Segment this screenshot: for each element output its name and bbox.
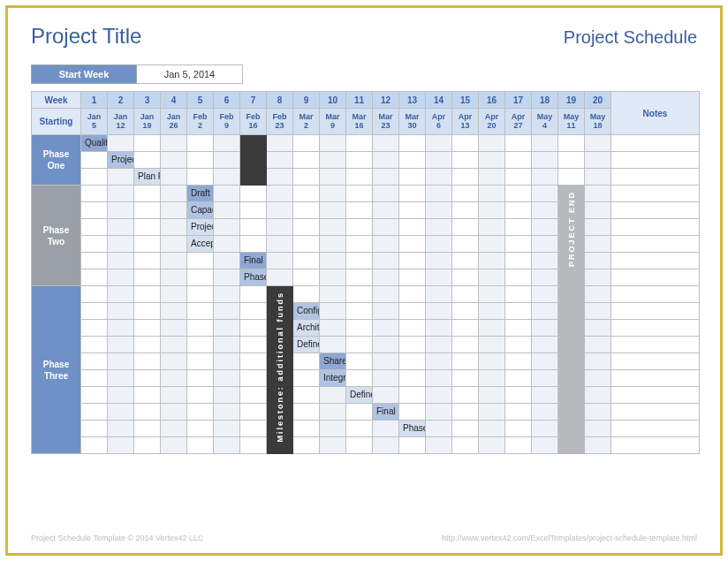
grid-cell: [373, 152, 399, 169]
task-bar[interactable]: Final Requirements Specifications: [240, 253, 267, 269]
grid-cell: [293, 404, 320, 421]
grid-cell: [108, 186, 134, 202]
grid-cell: [479, 303, 505, 320]
notes-cell[interactable]: [611, 320, 700, 337]
task-bar[interactable]: Final Design Specifications: [373, 404, 399, 421]
grid-cell: [81, 320, 108, 337]
notes-cell[interactable]: [611, 135, 700, 152]
task-bar[interactable]: Define Interface Requirements: [293, 337, 320, 353]
notes-cell[interactable]: [611, 269, 700, 286]
notes-cell[interactable]: [611, 303, 700, 320]
week-num-10: 10: [320, 92, 346, 109]
phase-label: PhaseThree: [32, 286, 81, 454]
grid-cell: [108, 404, 134, 421]
grid-cell: [426, 370, 452, 387]
grid-cell: [134, 186, 161, 202]
grid-cell: [108, 337, 134, 353]
grid-cell: [214, 421, 240, 437]
task-bar[interactable]: Shared Component Design: [320, 353, 346, 370]
grid-cell: [267, 152, 293, 169]
grid-cell: [240, 202, 267, 219]
notes-cell[interactable]: [611, 404, 700, 421]
task-bar[interactable]: Configuration Management Plan: [293, 303, 320, 320]
grid-cell: [505, 236, 532, 253]
notes-cell[interactable]: [611, 286, 700, 303]
grid-cell: [293, 370, 320, 387]
grid-cell: [452, 152, 479, 169]
grid-cell: [293, 353, 320, 370]
week-num-16: 16: [479, 92, 505, 109]
task-bar[interactable]: Acceptance Test Plan: [187, 236, 214, 253]
grid-cell: [214, 152, 240, 169]
grid-cell: [585, 286, 611, 303]
grid-cell: [532, 169, 558, 186]
notes-cell[interactable]: [611, 437, 700, 454]
start-week-value[interactable]: Jan 5, 2014: [137, 64, 243, 84]
task-bar[interactable]: Draft Requirements: [187, 186, 214, 202]
task-bar[interactable]: Integration Test Plan: [320, 370, 346, 387]
grid-cell: [108, 320, 134, 337]
grid-cell: [452, 370, 479, 387]
grid-cell: [161, 286, 187, 303]
grid-cell: [505, 286, 532, 303]
task-bar[interactable]: Project Test Plan: [187, 219, 214, 236]
notes-cell[interactable]: [611, 370, 700, 387]
week-num-12: 12: [373, 92, 399, 109]
grid-cell: [585, 370, 611, 387]
task-bar[interactable]: Quality Assurance Plan: [81, 135, 108, 152]
notes-cell[interactable]: [611, 353, 700, 370]
grid-cell: [532, 219, 558, 236]
grid-cell: [532, 236, 558, 253]
grid-cell: [214, 202, 240, 219]
grid-cell: [320, 202, 346, 219]
grid-cell: Shared Component Design: [320, 353, 346, 370]
grid-cell: [81, 286, 108, 303]
grid-cell: [108, 169, 134, 186]
task-bar[interactable]: Architecture Design Plan: [293, 320, 320, 337]
grid-cell: [293, 219, 320, 236]
grid-cell: [293, 135, 320, 152]
week-num-17: 17: [505, 92, 532, 109]
grid-cell: [320, 387, 346, 404]
grid-cell: [399, 404, 426, 421]
title-row: Project Title Project Schedule: [31, 24, 697, 49]
grid-cell: [161, 437, 187, 454]
grid-cell: [452, 135, 479, 152]
week-date-3: Jan19: [134, 109, 161, 135]
notes-cell[interactable]: [611, 219, 700, 236]
grid-cell: [187, 152, 214, 169]
notes-cell[interactable]: [611, 186, 700, 202]
grid-cell: [240, 186, 267, 202]
task-bar[interactable]: Phase Review and Approval: [399, 421, 426, 437]
task-bar[interactable]: Plan Review: [134, 169, 161, 186]
grid-cell: [505, 337, 532, 353]
week-date-7: Feb16: [240, 109, 267, 135]
grid-cell: [346, 202, 373, 219]
grid-cell: Project Test Plan: [187, 219, 214, 236]
task-bar[interactable]: Project Plan: [108, 152, 134, 169]
grid-cell: [346, 437, 373, 454]
task-bar[interactable]: Define Project Guidelines: [346, 387, 373, 404]
week-num-18: 18: [532, 92, 558, 109]
grid-cell: [187, 253, 214, 269]
notes-cell[interactable]: [611, 152, 700, 169]
notes-cell[interactable]: [611, 387, 700, 404]
grid-cell: Integration Test Plan: [320, 370, 346, 387]
grid-cell: [81, 437, 108, 454]
notes-cell[interactable]: [611, 236, 700, 253]
grid-cell: [346, 353, 373, 370]
notes-cell[interactable]: [611, 421, 700, 437]
notes-cell[interactable]: [611, 169, 700, 186]
grid-cell: [320, 253, 346, 269]
grid-cell: [452, 320, 479, 337]
task-bar[interactable]: Capacity Planning: [187, 202, 214, 219]
notes-cell[interactable]: [611, 253, 700, 269]
grid-cell: [240, 421, 267, 437]
notes-cell[interactable]: [611, 337, 700, 353]
week-num-19: 19: [558, 92, 585, 109]
grid-cell: [187, 370, 214, 387]
task-bar[interactable]: Phase Review and Approval: [240, 269, 267, 286]
notes-cell[interactable]: [611, 202, 700, 219]
grid-cell: [240, 303, 267, 320]
grid-cell: [399, 303, 426, 320]
